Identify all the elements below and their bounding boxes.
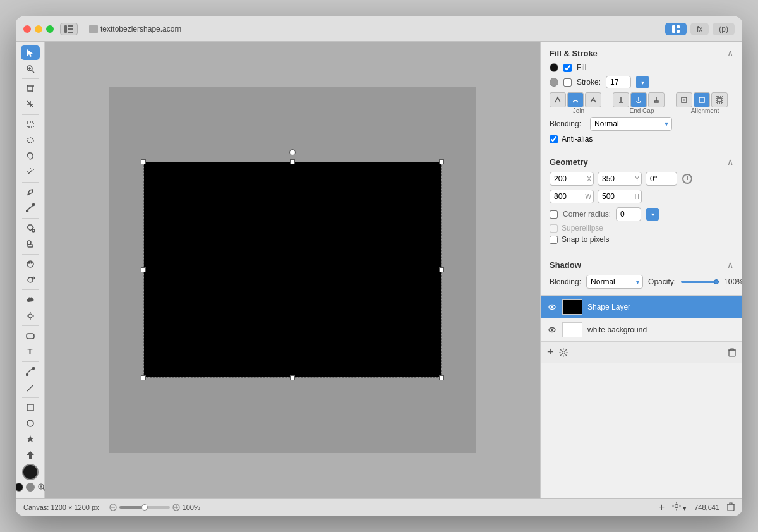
layer-eye-shape[interactable] xyxy=(547,302,557,312)
tool-brightness[interactable] xyxy=(21,308,40,323)
svg-point-26 xyxy=(32,204,34,206)
stroke-checkbox[interactable] xyxy=(563,78,572,87)
stroke-dropdown[interactable]: ▾ xyxy=(636,76,649,88)
tool-blur[interactable] xyxy=(21,257,40,271)
handle-top-right[interactable] xyxy=(439,159,444,164)
w-label: W xyxy=(586,193,591,200)
foreground-color[interactable] xyxy=(22,464,39,480)
endcap-round-btn[interactable] xyxy=(630,92,647,107)
black-swatch[interactable] xyxy=(16,483,23,492)
wh-row: W H xyxy=(550,190,733,203)
script-btn[interactable]: (p) xyxy=(713,23,735,35)
tool-ellipse-select[interactable] xyxy=(21,133,40,148)
add-layer-btn[interactable]: + xyxy=(547,346,554,359)
shadow-blending-wrap[interactable]: Normal Multiply xyxy=(586,275,643,289)
statusbar-right: + ▾ 748,641 xyxy=(659,502,735,513)
blending-select-wrap[interactable]: Normal Multiply Screen Overlay xyxy=(590,117,672,131)
black-shape[interactable] xyxy=(144,162,441,377)
tool-rounded-rect[interactable] xyxy=(21,329,40,343)
handle-bot-left[interactable] xyxy=(141,375,146,380)
align-center-btn[interactable] xyxy=(694,92,710,107)
sidebar-toggle[interactable] xyxy=(60,23,78,35)
blending-select[interactable]: Normal Multiply Screen Overlay xyxy=(590,117,672,131)
fill-stroke-collapse[interactable]: ∧ xyxy=(727,48,733,58)
tool-ellipse-shape[interactable] xyxy=(21,416,40,431)
tool-transform[interactable] xyxy=(21,97,40,112)
tool-lasso[interactable] xyxy=(21,149,40,164)
zoom-out-icon[interactable] xyxy=(109,504,117,511)
handle-mid-right[interactable] xyxy=(439,267,444,272)
shadow-collapse[interactable]: ∧ xyxy=(727,260,733,270)
tool-zoom[interactable] xyxy=(21,61,40,76)
trash-icon[interactable] xyxy=(727,502,735,512)
tool-rect-select[interactable] xyxy=(21,118,40,132)
align-outside-btn[interactable] xyxy=(711,92,728,107)
align-inside-btn[interactable] xyxy=(676,92,692,107)
corner-radius-checkbox[interactable] xyxy=(550,210,558,219)
main-window: texttobeziershape.acorn fx (p) xyxy=(16,16,742,516)
gear-layer-btn[interactable] xyxy=(559,348,568,357)
geometry-collapse[interactable]: ∧ xyxy=(727,157,733,167)
handle-bot-mid[interactable] xyxy=(290,375,295,380)
join-round-btn[interactable] xyxy=(567,92,584,107)
layer-eye-white-bg[interactable] xyxy=(547,325,557,335)
minimize-button[interactable] xyxy=(35,25,42,33)
handle-top-left[interactable] xyxy=(141,159,146,164)
svg-rect-60 xyxy=(699,97,704,102)
tool-text[interactable]: T xyxy=(21,344,40,359)
delete-layer-btn[interactable] xyxy=(728,348,736,357)
stroke-color-dot[interactable] xyxy=(550,78,558,87)
join-bevel-btn[interactable] xyxy=(585,92,601,107)
handle-bot-right[interactable] xyxy=(439,375,444,380)
tool-arrow[interactable] xyxy=(21,448,40,462)
handle-top-mid[interactable] xyxy=(290,159,295,164)
canvas-container[interactable] xyxy=(109,87,476,453)
endcap-square-btn[interactable] xyxy=(648,92,665,107)
stroke-value-input[interactable] xyxy=(606,76,631,88)
join-miter-btn[interactable] xyxy=(550,92,566,107)
opacity-slider[interactable] xyxy=(681,281,719,283)
layer-item-white-bg[interactable]: white background xyxy=(541,318,742,341)
gear-status-icon[interactable]: ▾ xyxy=(672,502,687,512)
snap-checkbox[interactable] xyxy=(550,236,558,244)
tool-cloud-shape[interactable] xyxy=(21,293,40,307)
antialias-checkbox[interactable] xyxy=(550,135,558,143)
fill-color-dot[interactable] xyxy=(550,63,558,72)
tool-bezier[interactable] xyxy=(21,365,40,379)
tool-line[interactable] xyxy=(21,380,40,395)
tool-pen[interactable] xyxy=(21,185,40,200)
gray-swatch[interactable] xyxy=(26,483,35,492)
tool-rect-shape[interactable] xyxy=(21,401,40,415)
fill-checkbox[interactable] xyxy=(563,64,572,72)
corner-radius-dropdown[interactable]: ▾ xyxy=(646,208,659,221)
statusbar: Canvas: 1200 × 1200 px 100% + ▾ xyxy=(16,498,742,516)
tool-stamp[interactable] xyxy=(21,237,40,251)
tool-crop[interactable] xyxy=(21,82,40,96)
fx-btn[interactable]: fx xyxy=(690,23,709,35)
superellipse-checkbox[interactable] xyxy=(550,224,558,233)
tool-heal[interactable] xyxy=(21,272,40,287)
zoom-slider[interactable] xyxy=(119,506,170,509)
tool-star[interactable] xyxy=(21,432,40,447)
zoom-wrap: 100% xyxy=(109,504,203,511)
maximize-button[interactable] xyxy=(46,25,54,33)
tool-select[interactable] xyxy=(21,45,40,60)
tool-magic-wand[interactable] xyxy=(21,165,40,179)
titlebar: texttobeziershape.acorn fx (p) xyxy=(16,16,742,42)
rotate-handle[interactable] xyxy=(289,149,296,155)
geometry-header: Geometry ∧ xyxy=(550,157,733,167)
close-button[interactable] xyxy=(23,25,31,33)
endcap-flat-btn[interactable] xyxy=(613,92,629,107)
shadow-section: Shadow ∧ Blending: Normal Multiply Opaci… xyxy=(541,253,742,296)
layer-item-shape[interactable]: Shape Layer xyxy=(541,296,742,318)
rotation-input[interactable] xyxy=(646,172,677,186)
tool-paint-bucket[interactable] xyxy=(21,221,40,236)
inspector-btn[interactable] xyxy=(665,23,687,35)
zoom-in-icon[interactable] xyxy=(172,504,180,511)
corner-radius-input[interactable] xyxy=(616,207,641,221)
add-layer-quick[interactable]: + xyxy=(659,502,665,513)
shadow-blending-select[interactable]: Normal Multiply xyxy=(586,275,643,289)
tool-path[interactable] xyxy=(21,201,40,215)
handle-mid-left[interactable] xyxy=(141,267,146,272)
svg-marker-46 xyxy=(27,435,34,442)
